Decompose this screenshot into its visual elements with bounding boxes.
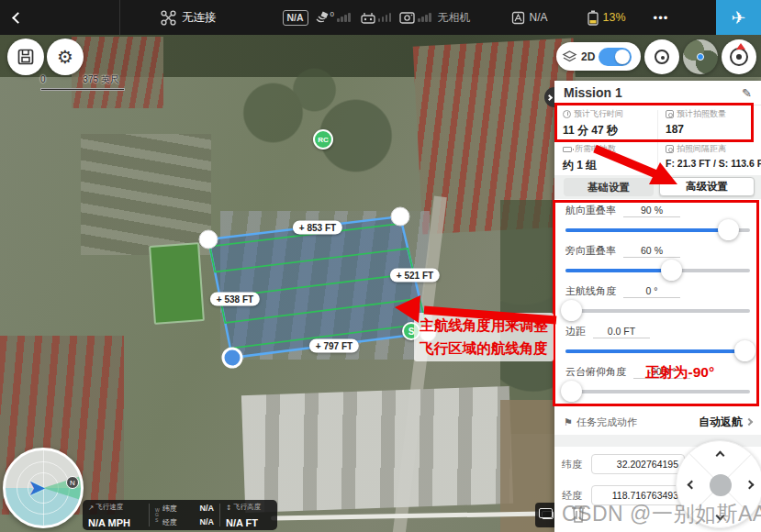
panel-header: Mission 1 ✎ — [554, 81, 761, 105]
slider-knob[interactable] — [561, 381, 582, 402]
slider-course-overlap: 航向重叠率90 % — [565, 204, 750, 240]
speed-value: N/A MPH — [88, 517, 143, 528]
altitude-value: N/A FT — [226, 517, 270, 528]
tab-basic-settings[interactable]: 基础设置 — [564, 178, 654, 196]
minimap-button[interactable] — [683, 39, 718, 74]
altitude-label: 飞行高度 — [233, 503, 261, 512]
compass-button[interactable] — [722, 39, 756, 74]
rc-position-marker: RC — [313, 129, 333, 150]
more-button[interactable]: ••• — [654, 11, 669, 25]
battery-pack-icon — [563, 147, 572, 152]
app-root: + 853 FT + 521 FT + 538 FT + 797 FT RC S… — [0, 0, 761, 532]
flight-mode-icon — [511, 11, 525, 25]
stat-photo-count: 预计拍照数量 187 — [657, 105, 758, 140]
ortho-note: 正射为-90° — [645, 363, 714, 382]
satellite-icon — [315, 11, 330, 24]
speed-label: 飞行速度 — [95, 503, 123, 512]
map-scale-bar: 0 375 英尺 — [40, 73, 125, 91]
flight-mode-value[interactable]: N/A — [530, 11, 548, 24]
scale-bar-line — [40, 88, 125, 91]
save-icon — [17, 49, 34, 65]
slider-side-overlap: 旁向重叠率60 % — [565, 244, 750, 281]
edge-label-top: + 853 FT — [293, 221, 342, 235]
back-icon — [12, 12, 24, 24]
video-signal-bars-icon — [418, 13, 431, 22]
map-mode-label: 2D — [581, 50, 595, 63]
slider-knob[interactable] — [561, 300, 582, 321]
drone-status: 无连接 — [182, 10, 217, 26]
edge-label-bottom: + 797 FT — [309, 339, 359, 353]
back-button[interactable] — [0, 14, 35, 22]
nudge-right-button[interactable] — [745, 481, 755, 490]
map-layers-icon — [562, 50, 577, 62]
altitude-icon: ↕ — [226, 504, 231, 512]
layers-icon — [542, 511, 554, 519]
stat-photo-interval: 拍照间隔距离 F: 21.3 FT / S: 113.6 FT — [657, 140, 758, 175]
finish-action-row[interactable]: ⚑ 任务完成动作 自动返航 — [554, 411, 761, 433]
margin-slider[interactable] — [565, 340, 750, 362]
lon-value: N/A — [200, 517, 215, 527]
airplane-icon: ✈ — [732, 7, 746, 28]
watermark: CSDN @一别如斯AA — [562, 500, 761, 528]
margin-value[interactable]: 0.0 FT — [593, 326, 650, 338]
scale-distance: 375 英尺 — [83, 74, 118, 84]
side-overlap-value[interactable]: 60 % — [623, 245, 680, 258]
clock-icon — [563, 110, 571, 118]
slider-knob[interactable] — [734, 340, 755, 361]
tab-advanced-settings[interactable]: 高级设置 — [659, 177, 755, 196]
edge-label-right: + 521 FT — [390, 269, 440, 283]
camera-signal-icon — [399, 12, 415, 24]
dpad-center[interactable] — [710, 474, 732, 496]
drone-icon — [161, 10, 176, 26]
save-button[interactable] — [7, 39, 44, 75]
latitude-row: 纬度 32.202764195 — [562, 453, 690, 475]
settings-button[interactable]: ⚙ — [47, 39, 84, 75]
divider — [119, 0, 120, 35]
gimbal-pitch-slider[interactable] — [565, 381, 750, 403]
course-angle-slider[interactable] — [565, 300, 750, 322]
rc-signal-bars-icon — [378, 13, 392, 22]
lon-label: 经度 — [162, 517, 177, 527]
flag-icon: ⚑ — [564, 416, 573, 428]
minimap-location-dot — [697, 53, 704, 61]
compass-icon — [730, 48, 748, 66]
slider-margin: 边距0.0 FT — [565, 325, 750, 361]
chevron-right-icon — [745, 418, 753, 426]
gps-count: 0 — [330, 10, 334, 18]
slider-knob[interactable] — [661, 260, 682, 281]
gps-signal-bars-icon — [337, 13, 351, 22]
gps-mode-badge[interactable]: N/A — [283, 10, 308, 26]
course-overlap-slider[interactable] — [565, 219, 750, 241]
nudge-up-button[interactable] — [716, 451, 725, 460]
nudge-left-button[interactable] — [688, 481, 697, 490]
battery-percent[interactable]: 13% — [603, 11, 626, 24]
status-bar: 无连接 N/A 0 无相机 N/A 13% ••• ✈ — [0, 0, 761, 35]
gear-icon: ⚙ — [57, 46, 73, 68]
mission-stats: 预计飞行时间 11 分 47 秒 预计拍照数量 187 所需电池数 约 1 组 … — [554, 105, 761, 175]
mission-panel: Mission 1 ✎ 预计飞行时间 11 分 47 秒 预计拍照数量 187 … — [554, 81, 761, 532]
map-mode-pill[interactable]: 2D — [556, 42, 641, 71]
takeoff-button[interactable]: ✈ — [716, 0, 761, 35]
speed-arrow-icon: ↗ — [88, 504, 94, 512]
telemetry-bar: ↗飞行速度 N/A MPH WGS 纬度N/A 经度N/A ↕飞行高度 N/A … — [83, 500, 277, 530]
remote-controller-icon — [361, 12, 375, 24]
course-overlap-value[interactable]: 90 % — [623, 205, 680, 217]
camera-icon — [666, 110, 674, 118]
slider-knob[interactable] — [718, 219, 739, 240]
map-mode-toggle[interactable] — [599, 48, 632, 66]
course-angle-value[interactable]: 0 ° — [623, 285, 680, 298]
locate-button[interactable] — [644, 39, 679, 74]
stat-flight-time: 预计飞行时间 11 分 47 秒 — [554, 105, 655, 140]
north-badge: N — [66, 476, 79, 489]
crosshair-icon — [655, 50, 669, 64]
chevron-right-icon — [546, 94, 553, 100]
route-angle-note: 主航线角度用来调整 飞行区域的航线角度 — [414, 313, 554, 361]
edit-mission-button[interactable]: ✎ — [742, 86, 752, 100]
latitude-input[interactable]: 32.202764195 — [591, 454, 685, 474]
scale-zero: 0 — [40, 74, 46, 84]
interval-icon — [666, 145, 674, 153]
lat-label: 纬度 — [162, 504, 177, 514]
side-overlap-slider[interactable] — [565, 260, 750, 282]
mission-title: Mission 1 — [564, 85, 742, 100]
aircraft-heading-icon: ➤ — [28, 475, 46, 501]
